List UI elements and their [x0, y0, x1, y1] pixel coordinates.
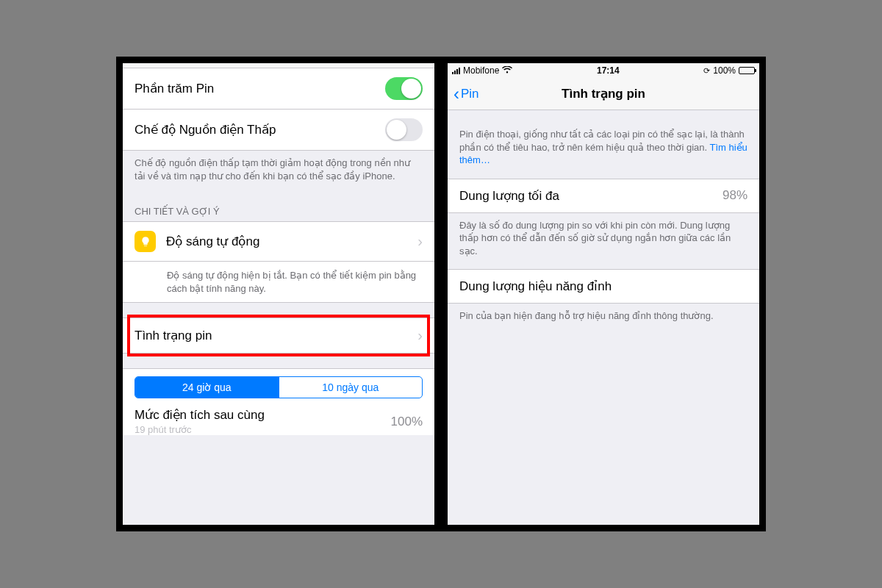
- auto-brightness-subtext: Độ sáng tự động hiện bị tắt. Bạn có thể …: [123, 262, 434, 303]
- row-label: Dung lượng tối đa: [459, 188, 723, 204]
- row-label: Độ sáng tự động: [166, 234, 412, 249]
- segmented-control[interactable]: 24 giờ qua 10 ngày qua: [135, 376, 423, 398]
- row-label: Chế độ Nguồn điện Thấp: [135, 122, 385, 137]
- chevron-right-icon: ›: [417, 233, 423, 250]
- row-battery-health[interactable]: Tình trạng pin ›: [123, 318, 434, 354]
- max-capacity-value: 98%: [723, 188, 747, 203]
- phone-left: Phần trăm Pin Chế độ Nguồn điện Thấp Chế…: [116, 57, 441, 531]
- peak-performance-footer: Pin của bạn hiện đang hỗ trợ hiệu năng đ…: [448, 304, 759, 334]
- insights-header: CHI TIẾT VÀ GỢI Ý: [123, 194, 434, 221]
- segment-24h[interactable]: 24 giờ qua: [135, 377, 279, 398]
- battery-percent-text: 100%: [713, 65, 736, 76]
- row-label: Tình trạng pin: [135, 328, 412, 343]
- usage-segment-bar: 24 giờ qua 10 ngày qua: [123, 368, 434, 401]
- row-label: Dung lượng hiệu năng đỉnh: [459, 279, 747, 294]
- phone-right: Mobifone 17:14 ⟳ 100% ‹ Pin Tình trạng p…: [441, 57, 766, 531]
- wifi-icon: [502, 65, 512, 76]
- last-charge-subtitle: 19 phút trước: [135, 424, 391, 435]
- row-low-power-mode[interactable]: Chế độ Nguồn điện Thấp: [123, 110, 434, 151]
- last-charge-level: Mức điện tích sau cùng 19 phút trước 100…: [123, 401, 434, 435]
- segment-10d[interactable]: 10 ngày qua: [279, 377, 423, 398]
- max-capacity-footer: Đây là số đo dung lượng pin so với khi p…: [448, 213, 759, 270]
- row-auto-brightness[interactable]: Độ sáng tự động ›: [123, 221, 434, 262]
- intro-text: Pin điện thoại, giống như tất cả các loạ…: [448, 110, 759, 179]
- status-bar: Mobifone 17:14 ⟳ 100%: [448, 63, 759, 78]
- row-battery-health-wrap: Tình trạng pin ›: [123, 318, 434, 354]
- row-max-capacity: Dung lượng tối đa 98%: [448, 179, 759, 213]
- last-charge-value: 100%: [391, 407, 423, 429]
- row-battery-percentage[interactable]: Phần trăm Pin: [123, 68, 434, 110]
- carrier-label: Mobifone: [463, 65, 499, 76]
- toggle-battery-percentage[interactable]: [385, 77, 423, 100]
- screenshot-composite: Phần trăm Pin Chế độ Nguồn điện Thấp Chế…: [116, 57, 766, 531]
- clock: 17:14: [512, 65, 703, 76]
- navbar: ‹ Pin Tình trạng pin: [448, 78, 759, 110]
- low-power-footer: Chế độ nguồn điện thấp tạm thời giảm hoạ…: [123, 151, 434, 194]
- page-title: Tình trạng pin: [448, 86, 759, 101]
- row-peak-performance: Dung lượng hiệu năng đỉnh: [448, 269, 759, 304]
- row-label: Phần trăm Pin: [135, 81, 385, 96]
- rotation-lock-icon: ⟳: [703, 66, 710, 76]
- chevron-right-icon: ›: [417, 327, 423, 344]
- signal-icon: [452, 68, 460, 74]
- battery-icon: [739, 67, 755, 74]
- last-charge-title: Mức điện tích sau cùng: [135, 407, 391, 423]
- bulb-icon: [135, 231, 156, 252]
- toggle-low-power-mode[interactable]: [385, 118, 423, 141]
